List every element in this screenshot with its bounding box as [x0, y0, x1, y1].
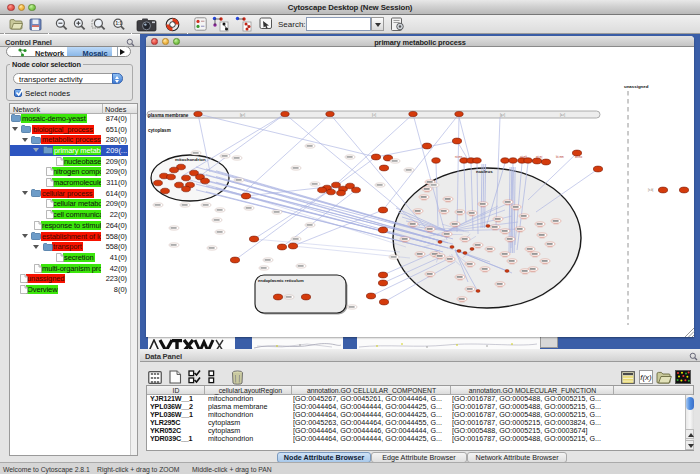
svg-text:cytoplasm: cytoplasm: [148, 128, 171, 133]
svg-text:nit-mn: nit-mn: [455, 155, 463, 159]
svg-text:[tr-b]: [tr-b]: [648, 188, 654, 192]
svg-text:nucleus: nucleus: [476, 169, 493, 174]
svg-text:[g-r]: [g-r]: [500, 113, 505, 117]
svg-text:qit-mj: qit-mj: [536, 155, 543, 159]
svg-text:endoplasmic reticulum: endoplasmic reticulum: [258, 278, 304, 283]
svg-text:[g-r]: [g-r]: [240, 113, 245, 117]
svg-text:dit-mo: dit-mo: [575, 155, 583, 159]
svg-text:mitochondrion: mitochondrion: [175, 157, 206, 162]
svg-text:[o-r]: [o-r]: [560, 113, 565, 117]
svg-text:unassigned: unassigned: [624, 84, 649, 89]
svg-text:plasma membrane: plasma membrane: [148, 113, 189, 118]
svg-text:ait-mk: ait-mk: [520, 155, 528, 159]
svg-text:kit-mm: kit-mm: [556, 155, 564, 159]
svg-text:1:1: 1:1: [115, 21, 122, 26]
svg-text:[i-r]: [i-r]: [372, 113, 376, 117]
